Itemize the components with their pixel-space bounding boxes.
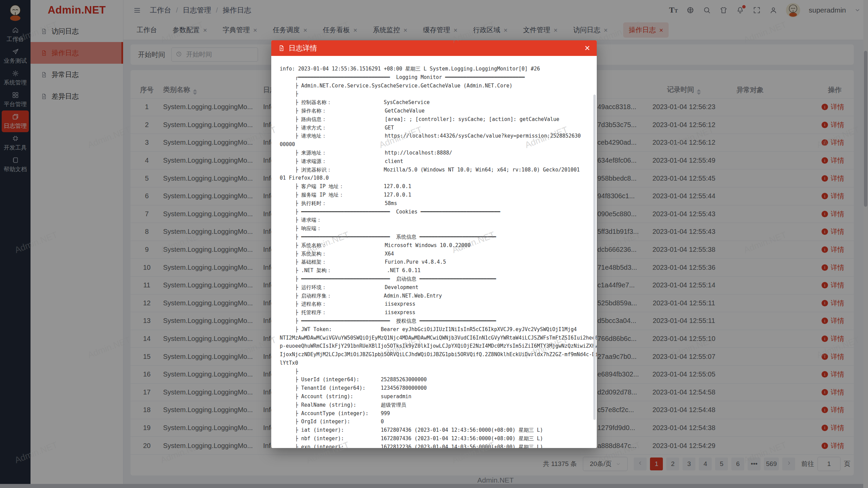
log-detail-text: info: 2023-01-04 12:55:36.1516291 +08:00… [271,56,597,448]
page: 工作台业务测试系统管理平台管理日志管理开发工具帮助文档 Admin.NET 访问… [0,0,868,488]
dialog-header: 日志详情 × [271,40,597,56]
dialog-title: 日志详情 [289,43,317,53]
dialog-body: info: 2023-01-04 12:55:36.1516291 +08:00… [271,56,597,448]
document-icon [278,45,285,52]
dialog-scrollbar-thumb[interactable] [593,95,596,420]
close-icon[interactable]: × [585,44,590,53]
log-detail-dialog: 日志详情 × info: 2023-01-04 12:55:36.1516291… [271,40,597,448]
